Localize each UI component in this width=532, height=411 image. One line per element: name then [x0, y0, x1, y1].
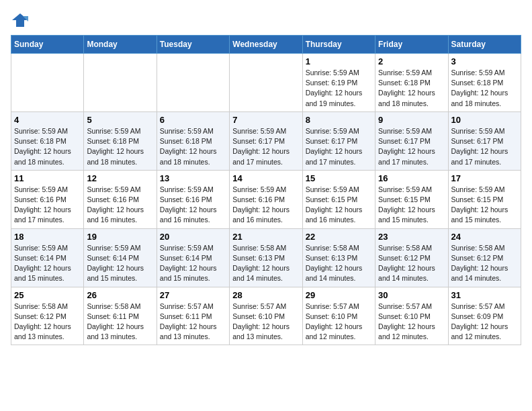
calendar-cell: 4Sunrise: 5:59 AM Sunset: 6:18 PM Daylig… — [11, 111, 84, 170]
day-info: Sunrise: 5:57 AM Sunset: 6:10 PM Dayligh… — [378, 302, 445, 342]
calendar-cell: 26Sunrise: 5:58 AM Sunset: 6:11 PM Dayli… — [84, 287, 157, 345]
calendar-cell: 30Sunrise: 5:57 AM Sunset: 6:10 PM Dayli… — [375, 287, 448, 345]
day-number: 1 — [306, 56, 372, 66]
day-number: 25 — [14, 290, 81, 300]
calendar-cell: 8Sunrise: 5:59 AM Sunset: 6:17 PM Daylig… — [302, 111, 375, 170]
calendar-cell: 27Sunrise: 5:57 AM Sunset: 6:11 PM Dayli… — [157, 287, 229, 345]
calendar-cell: 16Sunrise: 5:59 AM Sunset: 6:15 PM Dayli… — [375, 170, 448, 228]
day-number: 28 — [232, 290, 299, 300]
calendar-week-4: 18Sunrise: 5:59 AM Sunset: 6:14 PM Dayli… — [11, 228, 521, 287]
day-info: Sunrise: 5:59 AM Sunset: 6:17 PM Dayligh… — [451, 126, 518, 167]
day-info: Sunrise: 5:59 AM Sunset: 6:14 PM Dayligh… — [14, 243, 81, 284]
day-number: 4 — [14, 115, 81, 125]
calendar-table: SundayMondayTuesdayWednesdayThursdayFrid… — [11, 35, 521, 345]
calendar-cell: 1Sunrise: 5:59 AM Sunset: 6:19 PM Daylig… — [302, 54, 375, 112]
day-info: Sunrise: 5:59 AM Sunset: 6:17 PM Dayligh… — [306, 126, 372, 167]
day-info: Sunrise: 5:57 AM Sunset: 6:10 PM Dayligh… — [306, 302, 372, 342]
calendar-cell: 31Sunrise: 5:57 AM Sunset: 6:09 PM Dayli… — [448, 287, 521, 345]
weekday-header-row: SundayMondayTuesdayWednesdayThursdayFrid… — [11, 36, 521, 54]
calendar-week-5: 25Sunrise: 5:58 AM Sunset: 6:12 PM Dayli… — [11, 287, 521, 345]
day-number: 16 — [378, 173, 445, 183]
weekday-header-tuesday: Tuesday — [157, 36, 229, 54]
day-number: 29 — [306, 290, 372, 300]
calendar-cell: 15Sunrise: 5:59 AM Sunset: 6:15 PM Dayli… — [302, 170, 375, 228]
calendar-cell: 12Sunrise: 5:59 AM Sunset: 6:16 PM Dayli… — [84, 170, 157, 228]
calendar-cell: 10Sunrise: 5:59 AM Sunset: 6:17 PM Dayli… — [448, 111, 521, 170]
day-number: 2 — [378, 56, 445, 66]
day-number: 11 — [14, 173, 81, 183]
day-number: 14 — [232, 173, 299, 183]
day-info: Sunrise: 5:59 AM Sunset: 6:14 PM Dayligh… — [160, 243, 226, 284]
day-number: 13 — [160, 173, 226, 183]
day-number: 21 — [232, 232, 299, 242]
calendar-cell: 25Sunrise: 5:58 AM Sunset: 6:12 PM Dayli… — [11, 287, 84, 345]
day-number: 23 — [378, 232, 445, 242]
day-info: Sunrise: 5:59 AM Sunset: 6:15 PM Dayligh… — [378, 185, 445, 226]
day-info: Sunrise: 5:57 AM Sunset: 6:10 PM Dayligh… — [232, 302, 299, 342]
day-info: Sunrise: 5:58 AM Sunset: 6:12 PM Dayligh… — [378, 243, 445, 284]
page-header — [11, 11, 521, 30]
logo-icon — [11, 11, 30, 30]
day-number: 5 — [87, 115, 153, 125]
calendar-cell: 7Sunrise: 5:59 AM Sunset: 6:17 PM Daylig… — [230, 111, 302, 170]
day-number: 8 — [306, 115, 372, 125]
day-number: 20 — [160, 232, 226, 242]
calendar-week-3: 11Sunrise: 5:59 AM Sunset: 6:16 PM Dayli… — [11, 170, 521, 228]
calendar-week-1: 1Sunrise: 5:59 AM Sunset: 6:19 PM Daylig… — [11, 54, 521, 112]
calendar-cell: 19Sunrise: 5:59 AM Sunset: 6:14 PM Dayli… — [84, 228, 157, 287]
calendar-cell: 23Sunrise: 5:58 AM Sunset: 6:12 PM Dayli… — [375, 228, 448, 287]
weekday-header-saturday: Saturday — [448, 36, 521, 54]
day-info: Sunrise: 5:59 AM Sunset: 6:15 PM Dayligh… — [306, 185, 372, 226]
day-info: Sunrise: 5:59 AM Sunset: 6:16 PM Dayligh… — [160, 185, 226, 226]
weekday-header-sunday: Sunday — [11, 36, 84, 54]
calendar-cell: 2Sunrise: 5:59 AM Sunset: 6:18 PM Daylig… — [375, 54, 448, 112]
calendar-cell: 22Sunrise: 5:58 AM Sunset: 6:13 PM Dayli… — [302, 228, 375, 287]
calendar-cell: 3Sunrise: 5:59 AM Sunset: 6:18 PM Daylig… — [448, 54, 521, 112]
day-info: Sunrise: 5:59 AM Sunset: 6:18 PM Dayligh… — [451, 68, 518, 109]
day-info: Sunrise: 5:59 AM Sunset: 6:16 PM Dayligh… — [14, 185, 81, 226]
calendar-cell: 11Sunrise: 5:59 AM Sunset: 6:16 PM Dayli… — [11, 170, 84, 228]
day-info: Sunrise: 5:59 AM Sunset: 6:17 PM Dayligh… — [378, 126, 445, 167]
calendar-cell — [84, 54, 157, 112]
day-number: 22 — [306, 232, 372, 242]
day-info: Sunrise: 5:59 AM Sunset: 6:16 PM Dayligh… — [87, 185, 153, 226]
calendar-cell: 20Sunrise: 5:59 AM Sunset: 6:14 PM Dayli… — [157, 228, 229, 287]
day-info: Sunrise: 5:59 AM Sunset: 6:19 PM Dayligh… — [306, 68, 372, 109]
day-number: 7 — [232, 115, 299, 125]
day-info: Sunrise: 5:59 AM Sunset: 6:15 PM Dayligh… — [451, 185, 518, 226]
calendar-cell: 14Sunrise: 5:59 AM Sunset: 6:16 PM Dayli… — [230, 170, 302, 228]
logo — [11, 11, 32, 30]
calendar-cell: 13Sunrise: 5:59 AM Sunset: 6:16 PM Dayli… — [157, 170, 229, 228]
calendar-cell — [230, 54, 302, 112]
day-info: Sunrise: 5:57 AM Sunset: 6:11 PM Dayligh… — [160, 302, 226, 342]
day-info: Sunrise: 5:58 AM Sunset: 6:13 PM Dayligh… — [306, 243, 372, 284]
weekday-header-wednesday: Wednesday — [230, 36, 302, 54]
day-number: 12 — [87, 173, 153, 183]
day-number: 19 — [87, 232, 153, 242]
day-info: Sunrise: 5:58 AM Sunset: 6:13 PM Dayligh… — [232, 243, 299, 284]
day-info: Sunrise: 5:59 AM Sunset: 6:17 PM Dayligh… — [232, 126, 299, 167]
day-info: Sunrise: 5:59 AM Sunset: 6:18 PM Dayligh… — [378, 68, 445, 109]
calendar-cell — [157, 54, 229, 112]
calendar-cell: 5Sunrise: 5:59 AM Sunset: 6:18 PM Daylig… — [84, 111, 157, 170]
day-number: 18 — [14, 232, 81, 242]
day-number: 9 — [378, 115, 445, 125]
day-number: 15 — [306, 173, 372, 183]
day-number: 30 — [378, 290, 445, 300]
calendar-cell: 29Sunrise: 5:57 AM Sunset: 6:10 PM Dayli… — [302, 287, 375, 345]
calendar-cell: 9Sunrise: 5:59 AM Sunset: 6:17 PM Daylig… — [375, 111, 448, 170]
day-number: 31 — [451, 290, 518, 300]
day-info: Sunrise: 5:58 AM Sunset: 6:12 PM Dayligh… — [451, 243, 518, 284]
day-number: 3 — [451, 56, 518, 66]
day-number: 27 — [160, 290, 226, 300]
day-info: Sunrise: 5:59 AM Sunset: 6:14 PM Dayligh… — [87, 243, 153, 284]
day-info: Sunrise: 5:59 AM Sunset: 6:16 PM Dayligh… — [232, 185, 299, 226]
day-info: Sunrise: 5:59 AM Sunset: 6:18 PM Dayligh… — [160, 126, 226, 167]
weekday-header-thursday: Thursday — [302, 36, 375, 54]
day-info: Sunrise: 5:59 AM Sunset: 6:18 PM Dayligh… — [14, 126, 81, 167]
calendar-cell: 21Sunrise: 5:58 AM Sunset: 6:13 PM Dayli… — [230, 228, 302, 287]
day-number: 10 — [451, 115, 518, 125]
weekday-header-friday: Friday — [375, 36, 448, 54]
day-number: 17 — [451, 173, 518, 183]
calendar-cell: 24Sunrise: 5:58 AM Sunset: 6:12 PM Dayli… — [448, 228, 521, 287]
